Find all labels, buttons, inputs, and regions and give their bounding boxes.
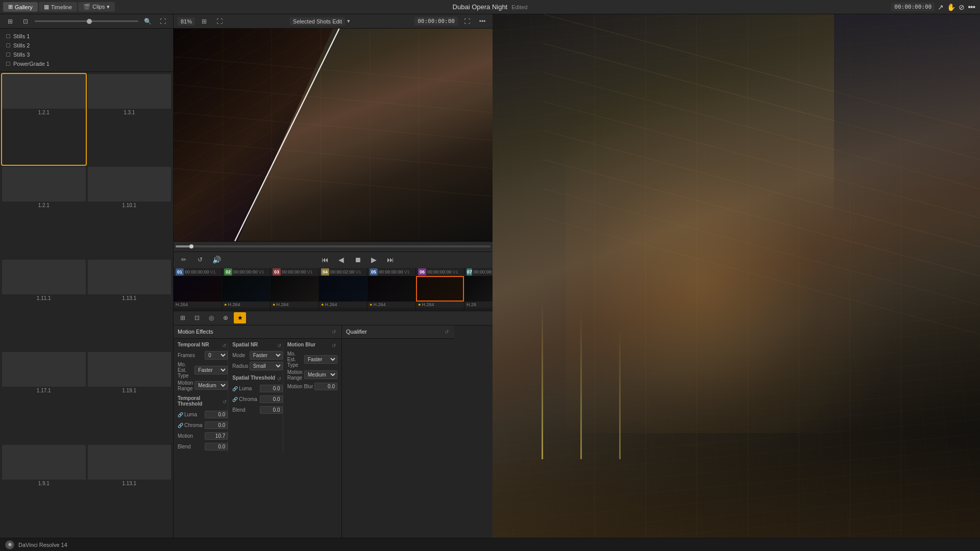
sidebar-btn-2[interactable]: ⊡: [19, 16, 32, 27]
still-1-3-1[interactable]: 1.3.1: [88, 74, 172, 165]
arrow-tool-icon[interactable]: ↗: [938, 3, 944, 11]
ban-icon[interactable]: ⊘: [959, 3, 965, 11]
audio-btn[interactable]: 🔊: [210, 254, 223, 266]
clip-06[interactable]: 06 00:00:00:00 V1 ● H.264: [416, 268, 464, 311]
gallery-item-stills2[interactable]: Stills 2: [4, 41, 169, 50]
stop-btn[interactable]: ⏹: [352, 254, 364, 266]
city-skyline: [834, 14, 981, 223]
viewer-timecode[interactable]: 00:00:00:00: [414, 17, 458, 26]
undo-btn[interactable]: ↺: [194, 254, 206, 266]
qualifier-reset[interactable]: ↺: [443, 328, 450, 335]
spat-chroma-input[interactable]: 0.0: [260, 395, 283, 403]
temporal-col: Temporal NR ↺ Frames 0 1 2: [178, 342, 228, 453]
spatial-threshold-title: Spatial Threshold: [232, 375, 275, 381]
clip-01-thumb: [174, 276, 222, 302]
timecode-display[interactable]: 00:00:00:00: [891, 3, 935, 11]
still-1-9-1[interactable]: 1.9.1: [2, 445, 86, 536]
center-panel: 81% ⊞ ⛶ Selected Shots Edit ▾ 00:00:00:0…: [174, 14, 493, 538]
spat-luma-input[interactable]: 0.0: [260, 385, 283, 392]
effects-row: Motion Effects ↺ Temporal NR ↺: [174, 325, 493, 538]
temp-luma-input[interactable]: 0.0: [205, 411, 228, 418]
spatial-nr-title: Spatial NR: [232, 342, 258, 347]
frames-select[interactable]: 0 1 2: [205, 351, 228, 360]
still-1-19-1[interactable]: 1.19.1: [88, 352, 172, 443]
still-1-13-1[interactable]: 1.13.1: [88, 260, 172, 350]
mode-select[interactable]: Faster Better: [250, 351, 283, 360]
clip-05-header: 05 00:00:00:00 V1: [368, 268, 415, 276]
radius-select[interactable]: Small Medium Large: [250, 362, 283, 370]
gallery-item-powergrade[interactable]: PowerGrade 1: [4, 59, 169, 68]
spat-blend-input[interactable]: 0.0: [260, 406, 283, 414]
skip-end-btn[interactable]: ⏭: [384, 254, 397, 266]
viewer-btn-expand[interactable]: ⛶: [213, 16, 226, 27]
clip-07[interactable]: 07 00:00:00:00 H.26: [464, 268, 493, 311]
more-options-icon[interactable]: •••: [968, 3, 975, 12]
zoom-slider[interactable]: [35, 20, 138, 22]
effects-btn-4[interactable]: ⊕: [219, 312, 232, 323]
temp-motion-row: Motion 10.7: [178, 432, 228, 441]
motion-range-select[interactable]: Medium Small Large: [194, 381, 228, 390]
skip-start-btn[interactable]: ⏮: [319, 254, 331, 266]
expand-btn[interactable]: ⛶: [157, 16, 169, 27]
sidebar-btn-1[interactable]: ⊞: [4, 16, 16, 27]
blur-value-input[interactable]: 0.0: [314, 383, 337, 390]
temp-motion-input[interactable]: 10.7: [205, 432, 228, 440]
stills1-dot: [6, 34, 10, 38]
tool-btn[interactable]: ✏: [178, 254, 190, 266]
temporal-threshold-reset[interactable]: ↺: [222, 398, 228, 406]
more-btn[interactable]: •••: [476, 16, 488, 27]
effects-btn-1[interactable]: ⊞: [177, 312, 189, 323]
edit-selector[interactable]: Selected Shots Edit: [290, 17, 345, 26]
light-post-2: [580, 313, 582, 459]
tab-gallery[interactable]: ⊞ Gallery: [3, 2, 38, 12]
radius-row: Radius Small Medium Large: [232, 362, 282, 371]
still-1-10-1[interactable]: 1.10.1: [88, 167, 172, 258]
temp-chroma-input[interactable]: 0.0: [205, 421, 228, 429]
blur-mo-est-select[interactable]: Faster Better: [304, 355, 337, 364]
svg-line-11: [544, 14, 980, 131]
gallery-item-stills1[interactable]: Stills 1: [4, 32, 169, 41]
clip-04[interactable]: 04 00:00:02:00 V1 ● H.264: [319, 268, 368, 311]
play-btn[interactable]: ▶: [368, 254, 380, 266]
motion-effects-reset[interactable]: ↺: [330, 328, 337, 335]
clip-03[interactable]: 03 00:00:00:00 V1 ● H.264: [271, 268, 319, 311]
clip-02-thumb: [222, 276, 270, 302]
clip-05[interactable]: 05 00:00:00:00 V1 ● H.264: [368, 268, 416, 311]
viewer-btn-grid[interactable]: ⊞: [198, 16, 210, 27]
timeline-scrubber[interactable]: [176, 245, 491, 247]
clip-01[interactable]: 01 00:00:00:00 V1 H.264: [174, 268, 222, 311]
hand-tool-icon[interactable]: ✋: [947, 3, 955, 11]
still-1-2-1[interactable]: 1.2.1: [2, 74, 86, 165]
clip-02[interactable]: 02 00:00:00:00 V1 ● H.264: [222, 268, 271, 311]
clip-03-footer: ● H.264: [271, 302, 318, 308]
effects-btn-2[interactable]: ⊡: [191, 312, 203, 323]
spatial-threshold-reset[interactable]: ↺: [276, 375, 283, 382]
still-1-13-1-img: [88, 260, 172, 294]
zoom-level[interactable]: 81%: [178, 17, 195, 26]
still-1-17-1[interactable]: 1.17.1: [2, 352, 86, 443]
light-post-1: [542, 302, 543, 459]
mo-est-select[interactable]: Faster Better: [194, 366, 228, 374]
svg-line-15: [544, 131, 980, 247]
still-1-2-1b[interactable]: 1.2.1: [2, 167, 86, 258]
blur-value-row: Motion Blur 0.0: [287, 382, 337, 391]
search-btn[interactable]: 🔍: [141, 16, 154, 27]
fullscreen-btn[interactable]: ⛶: [461, 16, 473, 27]
tab-timeline[interactable]: ▦ Timeline: [39, 2, 77, 12]
motion-blur-reset[interactable]: ↺: [330, 342, 337, 349]
tab-clips[interactable]: 🎬 Clips ▾: [78, 2, 115, 12]
prev-frame-btn[interactable]: ◀: [335, 254, 348, 266]
effects-btn-star[interactable]: ★: [234, 312, 246, 323]
effects-btn-3[interactable]: ◎: [205, 312, 217, 323]
gallery-item-stills3[interactable]: Stills 3: [4, 50, 169, 59]
blur-range-select[interactable]: Medium Small Large: [304, 370, 337, 379]
motion-blur-col: Motion Blur ↺ Mo. Est. Type Faster Bette…: [283, 342, 337, 453]
still-1-13-1b[interactable]: 1.13.1: [88, 445, 172, 536]
right-preview-panel: [493, 14, 980, 538]
still-1-11-1[interactable]: 1.11.1: [2, 260, 86, 350]
link-spat-chroma-icon: 🔗: [232, 397, 238, 402]
still-1-13-1-label: 1.13.1: [88, 294, 172, 302]
temp-blend-input[interactable]: 0.0: [205, 443, 228, 450]
spatial-nr-reset[interactable]: ↺: [276, 342, 283, 349]
temporal-nr-reset[interactable]: ↺: [220, 342, 228, 349]
